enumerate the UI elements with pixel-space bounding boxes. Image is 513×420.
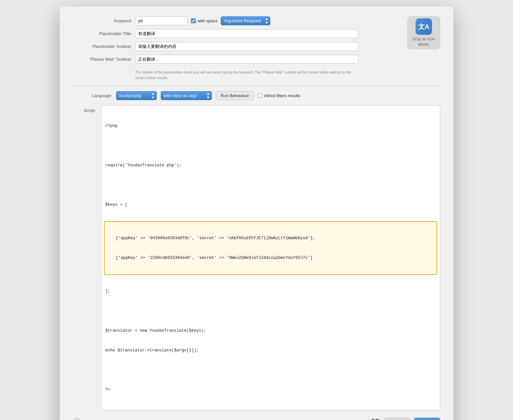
language-select[interactable]: /usr/bin/php /usr/bin/python /usr/bin/ru… (116, 91, 157, 100)
with-space-label: with space (197, 18, 217, 23)
code-line-9 (105, 308, 436, 314)
code-line-5: $keys = [ (105, 201, 436, 208)
placeholder-title-input[interactable] (135, 29, 358, 38)
code-line-13: ?> (105, 387, 436, 393)
run-behaviour-button[interactable]: Run Behaviour (216, 91, 254, 100)
code-line-11: echo $translator->translate($argv[1]); (105, 347, 436, 354)
grid-icon[interactable] (370, 417, 380, 420)
code-line-2 (105, 142, 436, 149)
please-wait-input[interactable] (135, 55, 358, 64)
divider (73, 86, 440, 86)
help-button[interactable]: ? (73, 418, 81, 420)
script-label: Script: (73, 105, 96, 113)
with-space-wrapper: with space (191, 18, 217, 23)
code-line-6: ['appKey' => '043006a9363d8f0c', 'secret… (106, 235, 435, 242)
bottom-bar: ? Cancel Save (73, 417, 440, 420)
please-wait-label: "Please Wait" Subtext: (73, 57, 132, 62)
code-line-12 (105, 367, 436, 373)
hint-text: The details of the placeholder result yo… (135, 70, 358, 80)
code-line-8: ]; (105, 288, 436, 295)
argument-select[interactable]: Argument Required Argument Optional No A… (221, 16, 270, 25)
placeholder-title-label: Placeholder Title: (73, 31, 132, 36)
code-line-4 (105, 182, 436, 188)
icon-symbol: 文A (418, 22, 429, 31)
cancel-button[interactable]: Cancel (384, 418, 411, 420)
code-line-10: $translator = new YoudaoTranslate($keys)… (105, 327, 436, 334)
highlighted-block: ['appKey' => '043006a9363d8f0c', 'secret… (104, 221, 437, 275)
language-select-wrapper: /usr/bin/php /usr/bin/python /usr/bin/ru… (116, 91, 157, 100)
keyword-input[interactable] (135, 16, 188, 25)
alfred-filters-wrapper: Alfred filters results (258, 93, 300, 98)
icon-preview: 文A (416, 18, 432, 35)
script-editor[interactable]: <?php require('YoudaoTranslate.php'); $k… (101, 105, 440, 410)
input-mode-select[interactable]: with input as argv with input as {query}… (161, 91, 212, 100)
with-space-checkbox[interactable] (191, 18, 196, 23)
code-line-7: ['appKey' => '2280cdb033304a40', 'secret… (106, 255, 435, 261)
keyword-label: Keyword: (73, 18, 132, 23)
input-mode-select-wrapper: with input as argv with input as {query}… (161, 91, 212, 100)
icon-drop-text: Drop an icon above. (408, 37, 440, 47)
bottom-right: Cancel Save (370, 417, 440, 420)
argument-select-wrapper: Argument Required Argument Optional No A… (221, 16, 270, 25)
alfred-filters-checkbox[interactable] (258, 94, 262, 98)
placeholder-subtext-input[interactable] (135, 42, 358, 51)
code-line-3: require('YoudaoTranslate.php'); (105, 162, 436, 169)
code-line-1: <?php (105, 123, 436, 129)
language-label: Language: (73, 93, 112, 98)
placeholder-subtext-label: Placeholder Subtext: (73, 44, 132, 49)
dialog: Keyword: with space Argument Required Ar… (60, 7, 453, 420)
alfred-filters-label: Alfred filters results (264, 93, 300, 98)
save-button[interactable]: Save (414, 418, 440, 420)
icon-drop-area[interactable]: 文A Drop an icon above. (407, 16, 440, 49)
